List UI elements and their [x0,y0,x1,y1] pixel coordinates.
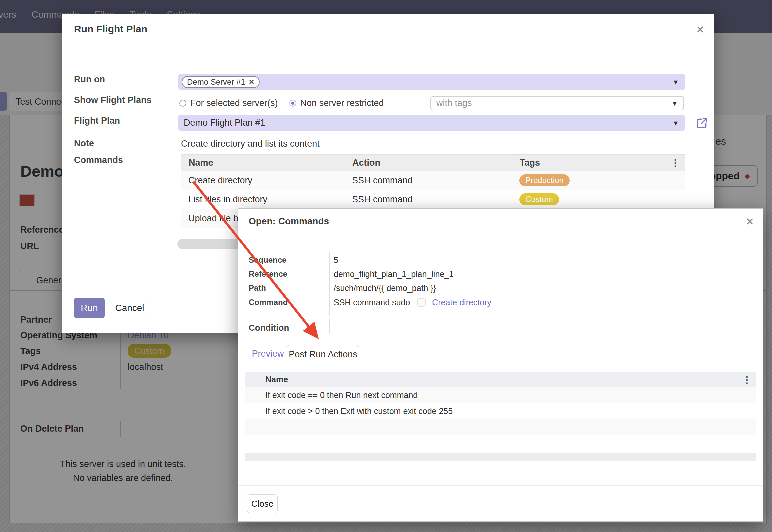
col-action[interactable]: Action [347,158,514,168]
chevron-down-icon[interactable]: ▾ [673,99,677,108]
dialog-footer-divider [238,485,763,486]
label-note: Note [74,138,94,149]
open-commands-dialog: Open: Commands × Sequence 5 Reference de… [238,208,763,522]
label-path: Path [249,283,266,293]
dialog-header-divider [238,232,763,232]
form-separator [329,252,330,316]
label-flight-plan: Flight Plan [74,116,120,126]
value-command: SSH command sudo Create directory [334,298,491,307]
radio-non-server-restricted[interactable] [289,100,296,107]
create-directory-link[interactable]: Create directory [432,298,491,307]
tag-custom-badge: Custom [519,193,559,205]
note-value: Create directory and list its content [181,139,320,149]
chevron-down-icon[interactable]: ▾ [674,118,678,128]
close-icon[interactable]: × [696,23,704,36]
column-options-icon[interactable]: ⋮ [742,374,752,385]
table-row[interactable]: If exit code > 0 then Exit with custom e… [245,403,756,419]
run-button[interactable]: Run [74,298,105,318]
column-options-icon[interactable]: ⋮ [671,157,680,168]
with-tags-select[interactable]: with tags ▾ [430,96,684,110]
tag-production-badge: Production [519,174,570,186]
col-tags[interactable]: Tags [514,158,685,168]
post-run-actions-table: Name ⋮ If exit code == 0 then Run next c… [245,372,756,435]
close-icon[interactable]: × [746,215,754,228]
screenshot-root: Servers Commands Files Tools Settings Te… [0,0,772,532]
value-sequence: 5 [334,255,338,265]
command-text: SSH command sudo [334,298,410,307]
row-name: List files in directory [181,194,347,205]
dialog-title: Run Flight Plan [74,23,147,35]
server-tag-chip[interactable]: Demo Server #1 ✕ [182,76,260,88]
dialog-title: Open: Commands [249,216,329,227]
table-row[interactable]: List files in directory SSH command Cust… [181,190,685,209]
label-sequence: Sequence [249,255,286,265]
table-header: Name Action Tags ⋮ [181,154,685,171]
flight-plan-field[interactable]: Demo Flight Plan #1 ▾ [178,115,685,131]
external-link-icon[interactable] [695,116,709,130]
label-show-flight-plans: Show Flight Plans [74,95,152,105]
flight-plan-value: Demo Flight Plan #1 [178,118,265,128]
radio-non-server-restricted-label[interactable]: Non server restricted [300,98,384,108]
value-path: /such/much/{{ demo_path }} [334,283,436,293]
selector-column [245,372,260,387]
col-name[interactable]: Name [181,158,347,168]
radio-for-selected-servers[interactable] [179,100,186,107]
create-directory-checkbox[interactable] [417,298,426,307]
cancel-button[interactable]: Cancel [109,298,150,318]
row-name: If exit code == 0 then Run next command [260,390,756,400]
label-commands: Commands [74,155,123,165]
label-command: Command [249,298,288,307]
row-action: SSH command [347,175,514,186]
tab-post-run-actions[interactable]: Post Run Actions [287,345,359,364]
label-reference: Reference [249,269,287,279]
col-name[interactable]: Name [260,375,756,384]
table-row[interactable]: Create directory SSH command Production [181,171,685,190]
row-name: If exit code > 0 then Exit with custom e… [260,406,756,416]
condition-separator [329,319,330,334]
label-condition: Condition [249,323,289,333]
dialog-header-divider [62,45,714,45]
table-header: Name ⋮ [245,372,756,387]
run-on-field[interactable]: Demo Server #1 ✕ ▾ [178,74,685,90]
table-row[interactable]: If exit code == 0 then Run next command [245,387,756,403]
horizontal-scrollbar[interactable] [245,453,756,461]
row-action: SSH command [347,194,514,205]
radio-for-selected-servers-label[interactable]: For selected server(s) [190,98,278,108]
close-button[interactable]: Close [247,494,278,513]
tab-preview[interactable]: Preview [249,349,287,359]
label-run-on: Run on [74,74,105,85]
value-reference: demo_flight_plan_1_plan_line_1 [334,269,454,279]
row-name: Create directory [181,175,347,186]
remove-tag-icon[interactable]: ✕ [249,78,255,86]
form-separator [173,73,173,263]
chevron-down-icon[interactable]: ▾ [674,77,678,87]
server-tag-label: Demo Server #1 [187,77,245,87]
table-row-empty [245,419,756,435]
server-scope-radios: For selected server(s) Non server restri… [179,96,384,110]
with-tags-placeholder: with tags [436,98,472,108]
